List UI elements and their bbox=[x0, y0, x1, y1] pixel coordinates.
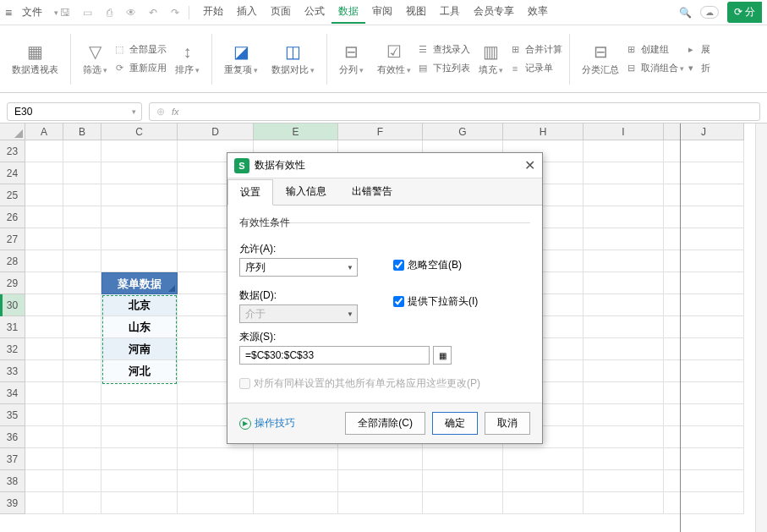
cell-I25[interactable] bbox=[583, 184, 664, 206]
dialog-tab-settings[interactable]: 设置 bbox=[227, 179, 273, 206]
cell-B29[interactable] bbox=[63, 272, 101, 294]
row-header-39[interactable]: 39 bbox=[0, 492, 25, 514]
cell-B35[interactable] bbox=[63, 404, 101, 426]
dedup-button[interactable]: ◪ 重复项 bbox=[219, 38, 263, 80]
cell-I39[interactable] bbox=[583, 492, 664, 514]
row-header-27[interactable]: 27 bbox=[0, 228, 25, 250]
cell-A39[interactable] bbox=[25, 492, 63, 514]
row-header-34[interactable]: 34 bbox=[0, 382, 25, 404]
cell-C26[interactable] bbox=[101, 206, 178, 228]
cell-J28[interactable] bbox=[664, 250, 744, 272]
cell-A23[interactable] bbox=[25, 140, 63, 162]
cell-D39[interactable] bbox=[178, 492, 254, 514]
cell-J32[interactable] bbox=[664, 338, 744, 360]
save-icon[interactable]: 🖫 bbox=[58, 7, 72, 19]
cell-A36[interactable] bbox=[25, 426, 63, 448]
cell-B38[interactable] bbox=[63, 470, 101, 492]
cell-I24[interactable] bbox=[583, 162, 664, 184]
col-header-D[interactable]: D bbox=[178, 123, 254, 140]
select-all-corner[interactable] bbox=[0, 123, 25, 140]
cell-B37[interactable] bbox=[63, 448, 101, 470]
cancel-button[interactable]: 取消 bbox=[485, 412, 530, 435]
tab-view[interactable]: 视图 bbox=[399, 1, 433, 24]
tab-formula[interactable]: 公式 bbox=[298, 1, 331, 24]
cell-B26[interactable] bbox=[63, 206, 101, 228]
cell-I27[interactable] bbox=[583, 228, 664, 250]
cell-C24[interactable] bbox=[101, 162, 178, 184]
cell-A29[interactable] bbox=[25, 272, 63, 294]
cell-B31[interactable] bbox=[63, 316, 101, 338]
row-header-28[interactable]: 28 bbox=[0, 250, 25, 272]
expand-button[interactable]: ▸展 bbox=[684, 41, 710, 58]
cell-B34[interactable] bbox=[63, 382, 101, 404]
cell-A31[interactable] bbox=[25, 316, 63, 338]
fill-button[interactable]: ▥ 填充 bbox=[474, 38, 508, 80]
cell-A33[interactable] bbox=[25, 360, 63, 382]
cell-G38[interactable] bbox=[423, 470, 503, 492]
cell-A34[interactable] bbox=[25, 382, 63, 404]
cell-C37[interactable] bbox=[101, 448, 178, 470]
dropdown-arrow-checkbox[interactable] bbox=[393, 296, 404, 307]
cell-B28[interactable] bbox=[63, 250, 101, 272]
cell-F39[interactable] bbox=[338, 492, 423, 514]
cell-H38[interactable] bbox=[503, 470, 583, 492]
tab-efficiency[interactable]: 效率 bbox=[521, 1, 555, 24]
cell-C34[interactable] bbox=[101, 382, 178, 404]
cell-I28[interactable] bbox=[583, 250, 664, 272]
cell-G39[interactable] bbox=[423, 492, 503, 514]
file-menu[interactable]: 文件 bbox=[15, 3, 49, 21]
cell-I35[interactable] bbox=[583, 404, 664, 426]
cell-I32[interactable] bbox=[583, 338, 664, 360]
subtotal-button[interactable]: ⊟ 分类汇总 bbox=[577, 38, 624, 80]
cell-A25[interactable] bbox=[25, 184, 63, 206]
source-input[interactable]: =$C$30:$C$33 bbox=[239, 346, 430, 365]
collapse-button[interactable]: ▾折 bbox=[684, 60, 710, 77]
tips-link[interactable]: ▶ 操作技巧 bbox=[239, 416, 295, 431]
consolidate-button[interactable]: ⊞合并计算 bbox=[508, 41, 562, 58]
cell-C28[interactable] bbox=[101, 250, 178, 272]
cell-E39[interactable] bbox=[254, 492, 338, 514]
col-header-F[interactable]: F bbox=[338, 123, 423, 140]
tab-start[interactable]: 开始 bbox=[196, 1, 230, 24]
dialog-tab-input-message[interactable]: 输入信息 bbox=[273, 178, 339, 205]
new-icon[interactable]: ▭ bbox=[80, 7, 94, 19]
cell-C27[interactable] bbox=[101, 228, 178, 250]
cell-J31[interactable] bbox=[664, 316, 744, 338]
cell-B39[interactable] bbox=[63, 492, 101, 514]
row-header-29[interactable]: 29 bbox=[0, 272, 25, 294]
undo-icon[interactable]: ↶ bbox=[146, 7, 160, 19]
cell-I29[interactable] bbox=[583, 272, 664, 294]
cell-A38[interactable] bbox=[25, 470, 63, 492]
tab-data[interactable]: 数据 bbox=[331, 1, 365, 24]
app-menu-icon[interactable]: ≡ bbox=[5, 6, 12, 19]
row-header-37[interactable]: 37 bbox=[0, 448, 25, 470]
row-header-24[interactable]: 24 bbox=[0, 162, 25, 184]
cell-C36[interactable] bbox=[101, 426, 178, 448]
redo-icon[interactable]: ↷ bbox=[168, 7, 182, 19]
split-button[interactable]: ⊟ 分列 bbox=[334, 38, 369, 80]
col-header-G[interactable]: G bbox=[423, 123, 503, 140]
cell-B24[interactable] bbox=[63, 162, 101, 184]
ungroup-button[interactable]: ⊟取消组合 bbox=[624, 60, 684, 77]
cell-C38[interactable] bbox=[101, 470, 178, 492]
cell-J23[interactable] bbox=[664, 140, 744, 162]
cell-I36[interactable] bbox=[583, 426, 664, 448]
cell-A37[interactable] bbox=[25, 448, 63, 470]
cell-A35[interactable] bbox=[25, 404, 63, 426]
cell-J37[interactable] bbox=[664, 448, 744, 470]
cell-J25[interactable] bbox=[664, 184, 744, 206]
cell-B30[interactable] bbox=[63, 294, 101, 316]
cell-B36[interactable] bbox=[63, 426, 101, 448]
cell-I30[interactable] bbox=[583, 294, 664, 316]
close-icon[interactable]: ✕ bbox=[524, 157, 535, 173]
col-header-J[interactable]: J bbox=[664, 123, 744, 140]
ignore-blank-checkbox[interactable] bbox=[393, 260, 404, 271]
allow-select[interactable]: 序列 bbox=[239, 258, 358, 277]
dialog-titlebar[interactable]: S 数据有效性 ✕ bbox=[227, 153, 542, 178]
row-header-26[interactable]: 26 bbox=[0, 206, 25, 228]
cell-I37[interactable] bbox=[583, 448, 664, 470]
filter-button[interactable]: ▽ 筛选 bbox=[78, 38, 112, 80]
cell-I26[interactable] bbox=[583, 206, 664, 228]
cell-C25[interactable] bbox=[101, 184, 178, 206]
dropdown-list-button[interactable]: ▤下拉列表 bbox=[416, 60, 470, 77]
